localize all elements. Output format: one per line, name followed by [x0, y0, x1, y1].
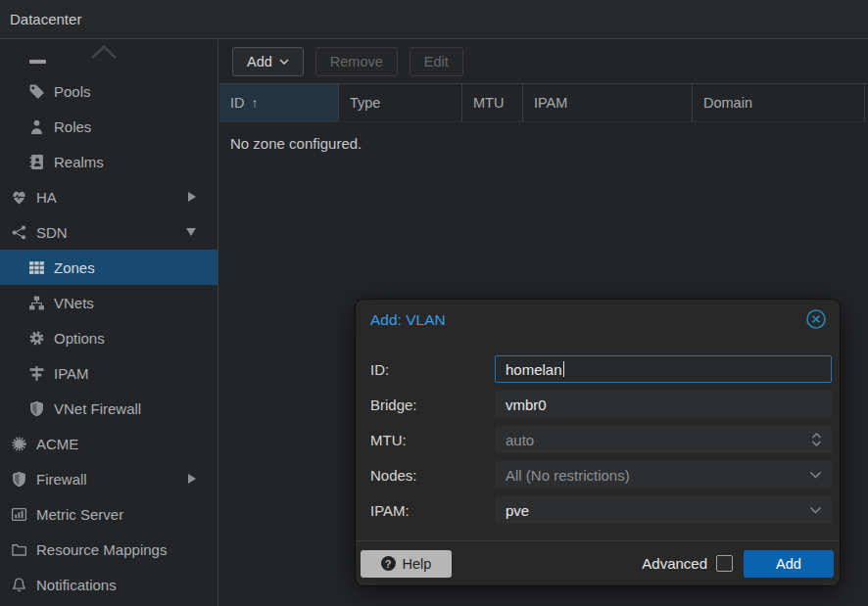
help-button-label: Help: [403, 556, 432, 572]
ipam-select[interactable]: pve: [495, 496, 832, 524]
expand-right-icon[interactable]: [188, 474, 196, 484]
bar-chart-icon: [10, 506, 27, 523]
expand-down-icon[interactable]: [186, 228, 196, 236]
bridge-field-label: Bridge:: [370, 396, 495, 413]
advanced-checkbox[interactable]: [716, 555, 733, 572]
sidebar-item-resource-mappings[interactable]: Resource Mappings: [0, 532, 217, 567]
sidebar-item-label: Roles: [54, 118, 91, 135]
column-header-mtu[interactable]: MTU: [462, 84, 523, 121]
grid-icon: [27, 259, 45, 276]
sidebar-item-zones[interactable]: Zones: [0, 250, 217, 285]
tag-icon: [27, 83, 45, 100]
sidebar-tree: Pools Roles Realms HA SDN Zones VNets: [0, 40, 218, 606]
nodes-field-row: Nodes: All (No restrictions): [370, 461, 832, 489]
sidebar-item-label: IPAM: [54, 365, 89, 382]
spinner-arrows-icon[interactable]: [811, 427, 822, 452]
sidebar-item-label: Realms: [54, 154, 104, 170]
edit-button[interactable]: Edit: [410, 47, 463, 76]
mtu-placeholder: auto: [506, 432, 534, 448]
address-book-icon: [27, 154, 45, 170]
sidebar-item-label: Resource Mappings: [36, 541, 167, 558]
nodes-icon: [10, 224, 27, 241]
sidebar-item-label: VNets: [54, 295, 94, 311]
sidebar-item-label: ACME: [36, 436, 78, 452]
sidebar-item-firewall[interactable]: Firewall: [0, 461, 217, 496]
chevron-down-icon[interactable]: [809, 462, 822, 488]
text-cursor: [563, 361, 565, 377]
nodes-select[interactable]: All (No restrictions): [495, 461, 832, 489]
chevron-up-icon: [89, 45, 119, 60]
sidebar-item-label: Notifications: [36, 577, 117, 593]
id-input-value: homelan: [506, 361, 562, 378]
id-input[interactable]: homelan: [495, 355, 832, 383]
empty-table-message: No zone configured.: [219, 122, 868, 152]
nodes-field-label: Nodes:: [370, 467, 495, 484]
bell-icon: [10, 577, 27, 593]
column-label: MTU: [473, 95, 504, 111]
sidebar-item-vnet-firewall[interactable]: VNet Firewall: [0, 391, 217, 426]
sidebar-item-pools[interactable]: Pools: [0, 73, 217, 109]
column-label: IPAM: [534, 95, 567, 111]
mtu-spinner[interactable]: auto: [495, 426, 832, 453]
gear-icon: [27, 330, 45, 347]
sidebar-item-sdn[interactable]: SDN: [0, 214, 217, 250]
ipam-field-label: IPAM:: [370, 502, 495, 519]
chevron-down-icon: [279, 59, 289, 65]
add-button[interactable]: Add: [232, 47, 304, 76]
user-icon: [27, 118, 45, 135]
mtu-field-row: MTU: auto: [370, 426, 832, 453]
zones-toolbar: Add Remove Edit: [219, 40, 868, 83]
expand-right-icon[interactable]: [188, 192, 196, 202]
sidebar-item-label: Metric Server: [36, 506, 123, 523]
sidebar-item-metric-server[interactable]: Metric Server: [0, 496, 217, 532]
dialog-title: Add: VLAN: [370, 311, 446, 329]
column-label: Type: [350, 95, 380, 111]
sidebar-item-label: SDN: [36, 224, 68, 241]
add-button-label: Add: [247, 54, 272, 70]
sidebar-item-options[interactable]: Options: [0, 320, 217, 355]
edit-button-label: Edit: [424, 54, 449, 70]
sidebar-item-label: Zones: [54, 259, 95, 276]
sitemap-icon: [27, 295, 45, 311]
remove-button-label: Remove: [330, 54, 383, 70]
sidebar-item-label: Options: [54, 330, 105, 347]
ipam-select-value: pve: [506, 502, 529, 519]
column-header-domain[interactable]: Domain: [693, 84, 865, 121]
signpost-icon: [27, 365, 45, 382]
sidebar-item-ha[interactable]: HA: [0, 179, 217, 214]
sidebar-item-label: Pools: [54, 83, 91, 100]
sidebar-item-label: HA: [36, 189, 57, 206]
id-field-row: ID: homelan: [370, 355, 832, 383]
sidebar-item-vnets[interactable]: VNets: [0, 285, 217, 320]
sort-asc-icon: ↑: [252, 95, 259, 111]
sidebar-item-label: Firewall: [36, 471, 87, 488]
column-header-id[interactable]: ID ↑: [219, 84, 339, 121]
column-header-ipam[interactable]: IPAM: [523, 84, 693, 121]
sidebar-item-acme[interactable]: ACME: [0, 426, 217, 461]
clipped-tree-item[interactable]: [0, 40, 217, 73]
submit-add-button[interactable]: Add: [744, 550, 834, 578]
remove-button[interactable]: Remove: [315, 47, 398, 76]
sidebar-item-label: VNet Firewall: [54, 400, 141, 417]
column-label: Domain: [703, 95, 752, 111]
folder-icon: [10, 541, 27, 558]
top-bar: Datacenter: [0, 0, 868, 39]
column-header-type[interactable]: Type: [339, 84, 462, 121]
mtu-field-label: MTU:: [370, 432, 495, 448]
sidebar-item-notifications[interactable]: Notifications: [0, 567, 217, 602]
clipped-icon: [29, 60, 46, 64]
sidebar-item-ipam[interactable]: IPAM: [0, 355, 217, 391]
proxmox-datacenter-window: Datacenter Pools Roles Realms HA SDN: [0, 0, 868, 606]
sidebar-item-roles[interactable]: Roles: [0, 109, 217, 144]
advanced-label: Advanced: [642, 555, 707, 572]
nodes-select-value: All (No restrictions): [506, 467, 630, 484]
bridge-field-row: Bridge: vmbr0: [370, 391, 832, 418]
chevron-down-icon[interactable]: [809, 497, 822, 523]
heartbeat-icon: [10, 189, 27, 206]
sidebar-item-realms[interactable]: Realms: [0, 144, 217, 179]
shield-icon: [10, 471, 27, 488]
close-icon[interactable]: [805, 308, 827, 330]
zones-table-header: ID ↑ Type MTU IPAM Domain: [219, 83, 868, 122]
bridge-input[interactable]: vmbr0: [495, 391, 832, 418]
help-button[interactable]: ? Help: [361, 550, 452, 578]
